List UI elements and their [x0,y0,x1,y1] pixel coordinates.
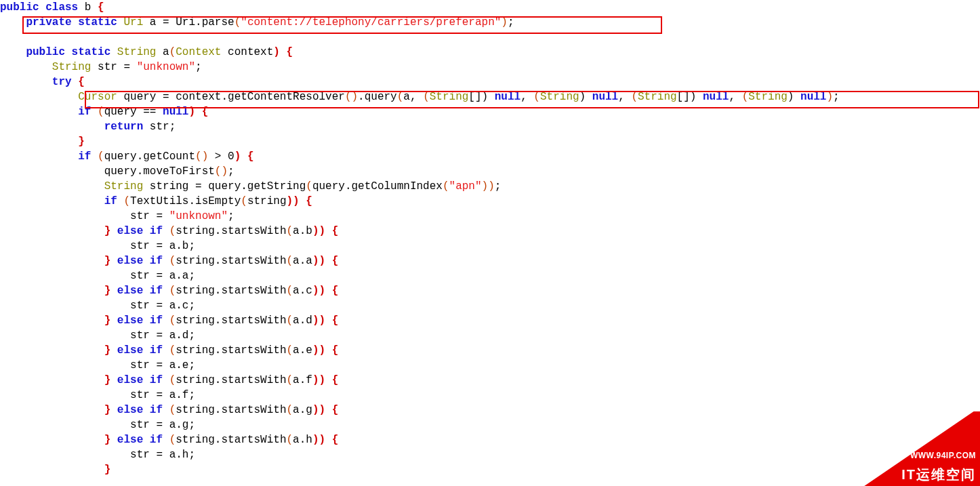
code-token: str = a.c; [0,300,195,312]
code-token: ( [286,374,293,386]
code-token [0,195,104,207]
code-token: )) { [312,315,338,327]
code-token: string [247,195,287,207]
code-token: } [104,225,117,237]
code-token: ( [169,46,176,58]
code-token [0,315,104,327]
code-token: str = a.h; [0,449,195,461]
code-token: )) { [312,374,338,386]
code-token: "unknown" [137,61,195,73]
code-token [0,344,104,357]
code-token: str = a.g; [0,419,195,431]
code-token: a.a [293,255,312,267]
code-token: ) [579,91,592,103]
code-token: else if [117,255,169,267]
code-token: string.startsWith [176,344,286,357]
code-token: a [156,46,169,58]
code-token: else if [117,374,169,386]
code-token [0,464,104,476]
code-token: ) { [188,106,208,118]
code-token: string.startsWith [176,404,286,416]
code-token: } [104,434,117,446]
code-token: ( [286,225,293,237]
code-token: []) [677,91,703,103]
code-token: } [104,344,117,357]
code-token: string.startsWith [176,434,286,446]
code-token: string.startsWith [176,374,286,386]
code-token [0,404,104,416]
code-token: } [104,255,117,267]
code-token: query = context.getContentResolver [117,91,345,103]
code-token: String [540,91,579,103]
code-token: string.startsWith [176,255,286,267]
code-token: null [592,91,618,103]
code-token: ( [631,91,638,103]
code-token [0,91,78,103]
code-token: ( [169,374,176,386]
code-token [0,76,52,88]
code-token: , [618,91,631,103]
code-token: ( [98,150,104,163]
code-token [0,374,104,386]
code-token: string.startsWith [176,225,286,237]
code-token: try [52,76,78,88]
code-token: ( [169,285,176,297]
code-token [0,136,78,148]
code-token [0,225,104,237]
code-token: Uri [123,16,143,28]
code-token: else if [117,225,169,237]
code-token: string.startsWith [176,285,286,297]
code-token: } [104,315,117,327]
code-token: ) { [273,46,293,58]
code-token: ( [123,195,130,207]
code-token: ( [241,195,247,207]
code-token: )) [482,180,495,193]
code-token: () [215,165,228,178]
code-token: a = Uri.parse [143,16,234,28]
code-token: ; [228,210,234,222]
code-token: context [221,46,273,58]
code-token: TextUtils.isEmpty [130,195,241,207]
code-token: String [638,91,677,103]
code-token [0,150,78,163]
code-token: ( [169,344,176,357]
code-token: )) { [287,195,312,207]
code-token: ( [169,225,176,237]
code-token: )) { [312,434,338,446]
code-token: ) [788,91,800,103]
code-token: ( [234,16,241,28]
code-token: ; [833,91,840,103]
code-token: ( [742,91,749,103]
code-token: ) [826,91,833,103]
code-token: () [195,150,208,163]
code-token: { [78,76,85,88]
code-token: ( [397,91,404,103]
code-token: )) { [312,404,338,416]
code-token: () [345,91,358,103]
code-token: if [78,106,98,118]
code-token: } [104,464,111,476]
code-token: ( [169,434,176,446]
code-token: } [104,285,117,297]
code-token: } [78,136,85,148]
code-token: a.f [293,374,312,386]
code-token: )) { [312,285,338,297]
code-token: String [117,46,157,58]
code-token [0,180,104,193]
code-token: null [495,91,520,103]
code-token [0,61,52,73]
code-token: b [85,1,98,14]
code-token: query.getColumnIndex [312,180,443,193]
code-token: String [748,91,788,103]
code-token: query.getCount [104,150,195,163]
code-token: a.h [293,434,312,446]
code-token [0,434,104,446]
code-token: a.b [293,225,312,237]
code-token: ( [443,180,449,193]
code-token: string.startsWith [176,315,286,327]
code-token: ( [286,285,293,297]
code-token: str = a.b; [0,240,195,252]
code-token [0,285,104,297]
code-token: ( [286,434,293,446]
code-token: else if [117,344,169,357]
